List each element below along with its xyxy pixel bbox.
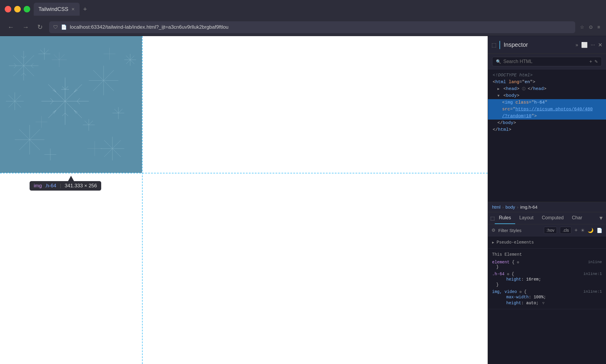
tab-rules[interactable]: Rules [495, 212, 515, 224]
tab-layout[interactable]: Layout [515, 212, 538, 224]
breadcrumb-current: img.h-64 [520, 204, 537, 210]
close-button[interactable] [5, 6, 11, 12]
tab-computed[interactable]: Computed [538, 212, 568, 224]
pseudo-elements-row[interactable]: ▶ Pseudo-elements [488, 238, 606, 247]
devtools-panel: ⬚ Inspector » ⬜ ··· ✕ 🔍 + ✎ [488, 36, 606, 364]
css-rule-img-video: img, video ⚙ { inline:1 max-width: 100%;… [488, 288, 606, 307]
nav-bar: ← → ↻ 🛡 📄 localhost:63342/tailwind-lab/i… [0, 18, 606, 36]
filter-add-button[interactable]: + [574, 227, 578, 233]
search-icon: 🔍 [496, 59, 501, 64]
css-prop-name-maxwidth: max-width [506, 295, 529, 299]
menu-icon[interactable]: ≡ [597, 25, 600, 30]
filter-hov-button[interactable]: :hov [544, 227, 557, 234]
tooltip-tag: img [34, 183, 42, 189]
close-devtools-button[interactable]: ✕ [598, 42, 602, 48]
security-icon: 🛡 [53, 25, 58, 30]
new-tab-button[interactable]: + [83, 5, 87, 13]
element-tooltip: img.h-64 | 341.333 × 256 [30, 181, 101, 191]
minimize-button[interactable] [14, 6, 21, 12]
breadcrumb-sep-2: › [517, 204, 518, 210]
css-source-element: inline [588, 260, 602, 265]
tree-img-src-cont[interactable]: /?random=10"> [488, 113, 606, 120]
this-element-label: This Element [488, 250, 606, 259]
dark-mode-icon[interactable]: 🌙 [588, 228, 594, 233]
image-area [0, 36, 142, 173]
chevron-icon[interactable]: » [576, 42, 578, 48]
filter-cls-button[interactable]: .cls [560, 227, 571, 234]
back-button[interactable]: ← [6, 22, 16, 33]
css-rule-element: element { ⚙ inline } [488, 259, 606, 270]
search-input[interactable] [503, 59, 587, 64]
css-prop-name-height: height [506, 277, 521, 282]
bookmark-icon[interactable]: ☆ [580, 24, 584, 30]
pseudo-elements-label: Pseudo-elements [497, 240, 534, 245]
doctype-text: <!DOCTYPE html> [493, 73, 533, 78]
tree-body-open[interactable]: ▼ <body> [488, 92, 606, 99]
browser-tab[interactable]: TailwindCSS ✕ [34, 3, 80, 16]
white-area [142, 36, 488, 364]
tree-head[interactable]: ▶ <head> ⓘ </head> [488, 86, 606, 92]
dashed-line-vertical [142, 36, 143, 364]
light-mode-icon[interactable]: ☀ [581, 228, 585, 233]
tree-img-selected[interactable]: <img class="h-64" [488, 99, 606, 106]
css-prop-value-maxwidth: 100% [534, 295, 544, 299]
svg-rect-0 [0, 36, 142, 173]
tab-title: TailwindCSS [38, 6, 68, 12]
tooltip-class: .h-64 [45, 183, 56, 189]
dock-button[interactable]: ⬜ [581, 42, 588, 48]
browser-window: TailwindCSS ✕ + ← → ↻ 🛡 📄 localhost:6334… [0, 0, 606, 364]
css-rule-close-element: } [496, 265, 602, 269]
url-text: localhost:63342/tailwind-lab/index.html?… [70, 24, 571, 30]
forward-button[interactable]: → [21, 22, 31, 33]
document-icon[interactable]: 📄 [597, 228, 602, 233]
css-panel: ▶ Pseudo-elements This Element element {… [488, 236, 606, 364]
search-pencil-icon[interactable]: ✎ [594, 59, 598, 64]
panel-icon-button[interactable]: ⬚ [490, 215, 495, 221]
reload-button[interactable]: ↻ [36, 22, 44, 33]
breadcrumb-body[interactable]: body [505, 204, 515, 210]
tab-close-button[interactable]: ✕ [71, 7, 75, 12]
css-selector-img-video: img, video ⚙ { [492, 289, 526, 294]
tree-img-src[interactable]: src="https://picsum.photos/640/480 [488, 106, 606, 113]
css-rule-close-h64: } [496, 282, 602, 287]
tabs-overflow-icon[interactable]: ▼ [598, 215, 604, 221]
css-source-h64: inline:1 [584, 272, 602, 276]
css-prop-value-height: 16rem [526, 277, 539, 282]
tree-doctype[interactable]: <!DOCTYPE html> [488, 72, 606, 79]
search-add-button[interactable]: + [589, 59, 592, 64]
inspector-cursor-icon[interactable]: ⬚ [491, 42, 497, 48]
tree-arrow-icon: ▶ [497, 87, 499, 91]
traffic-lights [5, 6, 30, 12]
main-content: img.h-64 | 341.333 × 256 ⬚ Inspector » ⬜… [0, 36, 606, 364]
page-icon: 📄 [61, 24, 67, 30]
filter-bar: ⚙ Filter Styles :hov .cls + ☀ 🌙 📄 [488, 224, 606, 236]
tab-bar: TailwindCSS ✕ + [34, 3, 601, 16]
more-button[interactable]: ··· [591, 42, 595, 48]
address-bar[interactable]: 🛡 📄 localhost:63342/tailwind-lab/index.h… [49, 21, 575, 33]
css-prop-height: height: 16rem; [492, 276, 602, 282]
body-expand-icon: ▼ [497, 94, 499, 98]
filter-funnel-icon: ▽ [542, 301, 544, 305]
profile-icon[interactable]: ⊙ [589, 24, 593, 30]
active-indicator [499, 41, 500, 49]
frost-image [0, 36, 142, 173]
styles-tabs: ⬚ Rules Layout Computed Char ▼ [488, 212, 606, 224]
tree-html-open[interactable]: <html lang="en"> [488, 79, 606, 86]
tooltip-separator: | [60, 183, 61, 189]
pseudo-arrow-icon: ▶ [492, 240, 494, 245]
pseudo-elements-section: ▶ Pseudo-elements [488, 236, 606, 249]
inspector-label: Inspector [504, 41, 573, 48]
tooltip-dimensions: 341.333 × 256 [65, 183, 97, 189]
css-rule-h64: .h-64 ⚙ { inline:1 height: 16rem; } [488, 270, 606, 288]
fullscreen-button[interactable] [24, 6, 30, 12]
css-prop-value-heightauto: auto [526, 301, 536, 305]
tree-body-close[interactable]: </body> [488, 120, 606, 126]
css-prop-maxwidth: max-width: 100%; [492, 294, 602, 300]
breadcrumb: html › body › img.h-64 [488, 202, 606, 212]
breadcrumb-html[interactable]: html [492, 204, 500, 210]
search-input-wrap[interactable]: 🔍 + ✎ [492, 57, 602, 66]
tree-html-close[interactable]: </html> [488, 126, 606, 133]
css-prop-heightauto: height: auto; ▽ [492, 300, 602, 306]
breadcrumb-sep-1: › [502, 204, 504, 210]
tab-char[interactable]: Char [568, 212, 586, 224]
